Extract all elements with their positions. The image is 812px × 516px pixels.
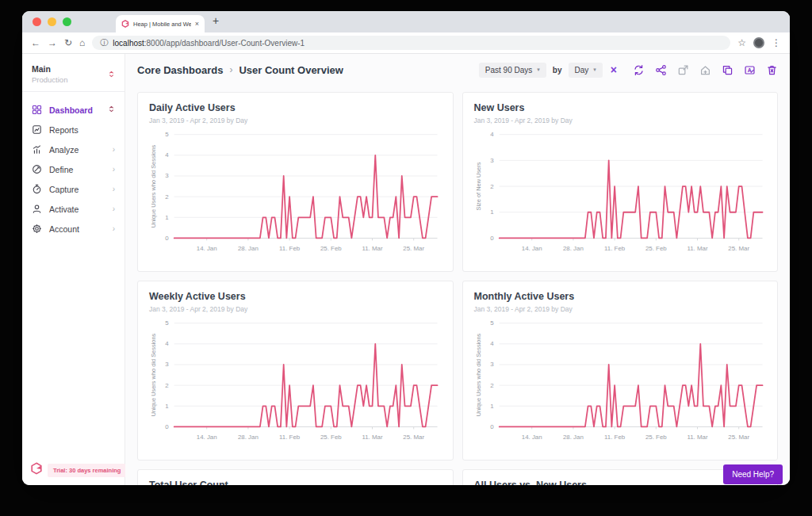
sort-caret-icon[interactable] [108,105,115,114]
y-axis-tick-label: 3 [490,361,494,368]
y-axis-tick-label: 4 [490,340,494,347]
trial-days-badge[interactable]: Trial: 30 days remaining [48,464,126,477]
chart-title: All Users vs. New Users [474,480,767,485]
reports-icon [32,124,42,135]
export-icon[interactable] [677,64,689,76]
y-axis-tick-label: 0 [490,235,494,242]
x-axis-tick-label: 28. Jan [562,245,583,252]
y-axis-tick-label: 2 [490,183,493,190]
url-path: :8000/app/dashboard/User-Count-Overview-… [144,39,304,48]
chart-title: Weekly Active Users [149,291,442,302]
sidebar-item-capture[interactable]: Capture› [22,179,124,199]
back-icon[interactable]: ← [31,38,40,48]
dashboard-grid-icon [32,105,42,115]
x-axis-tick-label: 11. Mar [687,245,708,252]
sidebar-item-dashboard[interactable]: Dashboard [22,100,124,120]
y-axis-label: Unique Users who did Sessions [150,334,157,417]
x-axis-tick-label: 14. Jan [521,245,542,252]
x-axis-tick-label: 11. Mar [687,434,708,441]
dashboard-header: Core Dashboards › User Count Overview Pa… [125,54,790,86]
duplicate-icon[interactable] [722,64,733,76]
refresh-icon[interactable] [633,64,645,76]
y-axis-tick-label: 1 [165,214,169,221]
y-axis-tick-label: 5 [490,319,494,327]
x-axis-tick-label: 11. Feb [603,245,625,252]
date-range-dropdown[interactable]: Past 90 Days ▾ [479,63,546,78]
zoom-window-button[interactable] [63,17,71,26]
x-axis-tick-label: 28. Jan [238,434,259,441]
clear-filter-icon[interactable]: × [611,64,617,75]
site-info-icon[interactable]: ⓘ [100,37,108,48]
chevron-right-icon: › [113,185,115,193]
granularity-dropdown[interactable]: Day ▾ [569,63,603,78]
line-chart[interactable]: 01234514. Jan28. Jan11. Feb25. Feb11. Ma… [149,316,442,446]
chart-title: New Users [474,102,767,113]
line-chart[interactable]: 0123414. Jan28. Jan11. Feb25. Feb11. Mar… [474,128,767,258]
x-axis-tick-label: 11. Feb [603,434,625,441]
chevron-right-icon: › [113,205,115,213]
chart-subtitle: Jan 3, 2019 - Apr 2, 2019 by Day [149,117,442,124]
reload-icon[interactable]: ↻ [64,38,72,48]
chart-card-total-user-count: Total User Count [137,469,454,485]
y-axis-label: Unique Users who did Sessions [474,334,481,417]
chart-subtitle: Jan 3, 2019 - Apr 2, 2019 by Day [474,305,767,313]
url-host: localhost [113,39,144,48]
sidebar-item-analyze[interactable]: Analyze› [22,140,124,159]
address-bar[interactable]: ⓘ localhost:8000/app/dashboard/User-Coun… [92,36,730,50]
forward-icon[interactable]: → [48,38,57,48]
breadcrumb-root[interactable]: Core Dashboards [137,64,223,76]
sidebar-item-account[interactable]: Account› [22,219,124,239]
x-axis-tick-label: 14. Jan [197,245,217,252]
y-axis-label: Size of New Users [474,162,481,210]
chart-subtitle: Jan 3, 2019 - Apr 2, 2019 by Day [474,117,767,124]
window-traffic-lights [33,17,71,26]
line-chart[interactable]: 01234514. Jan28. Jan11. Feb25. Feb11. Ma… [149,128,442,258]
page-title: User Count Overview [239,64,343,76]
chart-svg: 01234514. Jan28. Jan11. Feb25. Feb11. Ma… [474,316,767,446]
x-axis-tick-label: 11. Feb [279,245,301,252]
browser-profile-avatar[interactable] [753,37,764,48]
workspace-switcher[interactable]: Main Production [22,54,124,92]
by-label: by [553,66,562,75]
browser-menu-icon[interactable]: ⋮ [772,38,781,48]
y-axis-tick-label: 4 [490,131,494,138]
workspace-name: Main [32,64,108,74]
tab-close-icon[interactable]: × [195,21,199,28]
breadcrumb-separator-icon: › [229,64,232,75]
new-tab-button[interactable]: + [213,14,219,27]
account-icon [32,224,42,234]
chart-svg: 0123414. Jan28. Jan11. Feb25. Feb11. Mar… [474,128,767,258]
y-axis-tick-label: 0 [165,423,169,430]
browser-tab[interactable]: Heap | Mobile and Web Analyt × [116,15,205,32]
pin-home-icon[interactable] [699,64,711,76]
sidebar-item-label: Activate [49,204,79,214]
workspace-sort-caret-icon [108,70,115,78]
sidebar-item-activate[interactable]: Activate› [22,199,124,219]
sidebar-item-label: Reports [49,125,79,135]
chart-svg: 01234514. Jan28. Jan11. Feb25. Feb11. Ma… [149,316,442,446]
home-icon[interactable]: ⌂ [79,38,85,48]
sidebar-item-reports[interactable]: Reports [22,120,124,140]
y-axis-tick-label: 4 [165,340,169,347]
heap-logo-icon [30,462,43,478]
x-axis-tick-label: 11. Feb [279,434,301,441]
x-axis-tick-label: 11. Mar [362,245,383,252]
x-axis-tick-label: 28. Jan [562,434,583,441]
sidebar-item-define[interactable]: Define› [22,159,124,179]
chevron-right-icon: › [113,166,115,174]
minimize-window-button[interactable] [48,17,56,26]
y-axis-tick-label: 3 [490,157,494,164]
line-chart[interactable]: 01234514. Jan28. Jan11. Feb25. Feb11. Ma… [474,316,767,446]
capture-icon [32,184,42,194]
rename-icon[interactable]: A [744,64,756,76]
chevron-down-icon: ▾ [593,67,596,73]
need-help-button[interactable]: Need Help? [723,464,783,484]
close-window-button[interactable] [33,17,41,26]
chart-card-monthly-active-users: Monthly Active Users Jan 3, 2019 - Apr 2… [462,281,779,461]
x-axis-tick-label: 25. Feb [645,434,666,441]
delete-icon[interactable] [766,64,778,76]
share-icon[interactable] [655,64,667,76]
y-axis-tick-label: 1 [490,208,494,216]
chart-card-daily-active-users: Daily Active Users Jan 3, 2019 - Apr 2, … [137,92,454,272]
bookmark-star-icon[interactable]: ☆ [737,38,746,48]
